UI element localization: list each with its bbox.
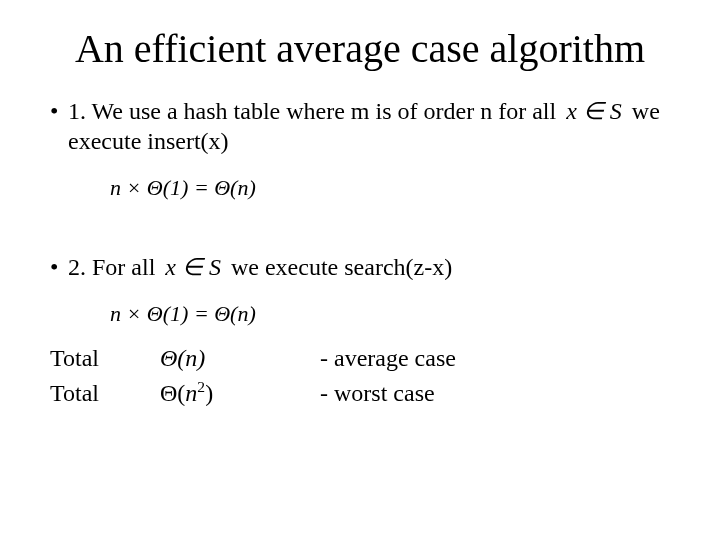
spacer — [50, 218, 670, 246]
bullet-icon: • — [50, 96, 68, 124]
spacer — [50, 162, 670, 170]
bullet-2-math: x ∈ S — [161, 254, 225, 280]
theta-close: ) — [205, 380, 213, 406]
bullet-1: • 1. We use a hash table where m is of o… — [50, 96, 670, 156]
total-theta-2: Θ(n2) — [160, 377, 280, 408]
total-label: Total — [50, 378, 160, 408]
total-row-2: Total Θ(n2) - worst case — [50, 377, 670, 408]
theta-exp: 2 — [197, 378, 205, 395]
totals: Total Θ(n) - average case Total Θ(n2) - … — [50, 343, 670, 408]
spacer — [50, 288, 670, 296]
formula-1: n × Θ(1) = Θ(n) — [110, 174, 670, 202]
theta-open: Θ( — [160, 380, 185, 406]
bullet-2: • 2. For all x ∈ S we execute search(z-x… — [50, 252, 670, 282]
slide-title: An efficient average case algorithm — [50, 26, 670, 72]
bullet-2-text: 2. For all x ∈ S we execute search(z-x) — [68, 252, 670, 282]
total-row-1: Total Θ(n) - average case — [50, 343, 670, 373]
bullet-1-math: x ∈ S — [562, 98, 626, 124]
total-desc-1: - average case — [280, 343, 670, 373]
theta-n: n — [185, 380, 197, 406]
slide-body: • 1. We use a hash table where m is of o… — [50, 96, 670, 408]
slide: An efficient average case algorithm • 1.… — [0, 0, 720, 540]
bullet-1-text: 1. We use a hash table where m is of ord… — [68, 96, 670, 156]
bullet-icon: • — [50, 252, 68, 280]
bullet-2-post: we execute search(z-x) — [225, 254, 452, 280]
total-label: Total — [50, 343, 160, 373]
bullet-2-pre: 2. For all — [68, 254, 161, 280]
formula-2: n × Θ(1) = Θ(n) — [110, 300, 670, 328]
total-desc-2: - worst case — [280, 378, 670, 408]
total-theta-1: Θ(n) — [160, 343, 280, 373]
bullet-1-pre: 1. We use a hash table where m is of ord… — [68, 98, 562, 124]
